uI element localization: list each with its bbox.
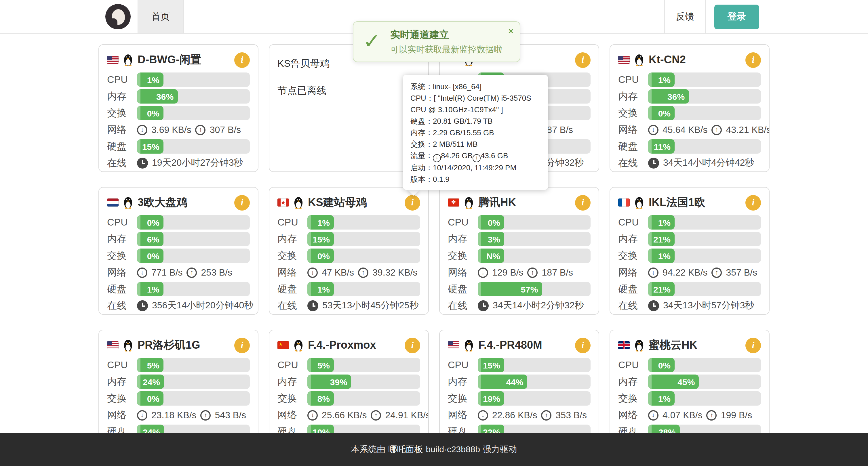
feedback-link[interactable]: 反馈: [664, 0, 706, 33]
swap-value: 1%: [658, 251, 671, 261]
online-label: 在线: [618, 299, 648, 312]
disk-label: 硬盘: [448, 282, 478, 296]
memory-value: 21%: [653, 234, 671, 244]
net-download-value: 47 KB/s: [322, 267, 354, 277]
toast-message: 可以实时获取最新监控数据啦: [390, 44, 502, 55]
cpu-value: 5%: [147, 360, 159, 370]
cpu-label: CPU: [107, 74, 137, 86]
net-download-value: 771 B/s: [151, 267, 183, 277]
net-upload-value: 199 B/s: [721, 410, 752, 420]
server-name: F.4.-PR480M: [478, 339, 542, 352]
net-upload-value: 353 B/s: [556, 410, 587, 420]
clock-icon: [478, 300, 489, 311]
info-icon[interactable]: i: [234, 195, 250, 210]
download-arrow-icon: ↓: [648, 410, 658, 420]
server-card: 3欧大盘鸡 i CPU 0% 内存 6% 交换 0% 网络 ↓: [98, 187, 258, 315]
network-label: 网络: [618, 408, 648, 422]
net-upload-value: 39.32 KB/s: [372, 267, 417, 277]
upload-arrow-icon: ↑: [187, 267, 197, 277]
cpu-label: CPU: [277, 359, 307, 371]
tooltip-row: 硬盘：20.81 GB/1.79 TB: [410, 115, 540, 127]
nezha-panel-link[interactable]: 哪吒面板: [389, 444, 423, 455]
info-icon[interactable]: i: [575, 337, 591, 353]
net-download-value: 3.69 KB/s: [151, 125, 191, 135]
tooltip-row: 系统：linux- [x86_64]: [410, 81, 540, 93]
swap-value: 0%: [658, 108, 671, 118]
logo-avatar[interactable]: [105, 4, 131, 29]
cpu-label: CPU: [448, 359, 478, 371]
memory-label: 内存: [618, 232, 648, 246]
info-icon[interactable]: i: [405, 337, 420, 353]
memory-label: 内存: [107, 232, 137, 246]
disk-progress-bar: 11%: [648, 139, 761, 154]
swap-progress-bar: 8%: [307, 391, 420, 406]
country-flag-icon: [107, 198, 119, 206]
cpu-label: CPU: [618, 74, 648, 86]
cpu-value: 1%: [147, 75, 159, 85]
swap-progress-bar: 19%: [478, 391, 591, 406]
country-flag-icon: [618, 56, 630, 64]
upload-arrow-icon: ↑: [541, 410, 552, 420]
tab-home[interactable]: 首页: [137, 0, 184, 33]
dashboard-page: 首页 反馈 登录 D-BWG-闲置 i: [0, 0, 868, 466]
country-flag-icon: [448, 341, 459, 349]
tooltip-row: CPU：[ "Intel(R) Core(TM) i5-3570S CPU @ …: [410, 93, 540, 115]
swap-progress-bar: N%: [478, 248, 591, 263]
info-icon[interactable]: i: [234, 52, 250, 68]
disk-value: 1%: [317, 284, 330, 294]
disk-progress-bar: 21%: [648, 282, 761, 296]
linux-penguin-icon: [634, 339, 645, 352]
country-flag-icon: [277, 198, 289, 206]
success-check-icon: ✓: [357, 27, 387, 55]
swap-label: 交换: [277, 249, 307, 262]
memory-progress-bar: 36%: [648, 89, 761, 104]
memory-value: 45%: [678, 377, 695, 387]
info-icon[interactable]: i: [234, 337, 250, 353]
tooltip-body: 系统：linux- [x86_64]CPU：[ "Intel(R) Core(T…: [410, 81, 540, 185]
network-label: 网络: [107, 123, 137, 136]
online-label: 在线: [107, 299, 137, 312]
server-card: D-BWG-闲置 i CPU 1% 内存 36% 交换 0% 网络 ↓: [98, 44, 258, 172]
swap-value: 0%: [147, 394, 159, 403]
info-icon[interactable]: i: [575, 195, 591, 210]
upload-arrow-icon: ↑: [712, 267, 722, 277]
linux-penguin-icon: [123, 54, 133, 66]
info-icon[interactable]: i: [745, 52, 761, 68]
memory-label: 内存: [107, 375, 137, 388]
close-icon[interactable]: ×: [508, 27, 514, 35]
disk-progress-bar: 1%: [137, 282, 250, 296]
online-label: 在线: [618, 157, 648, 170]
server-name: IKL法国1欧: [649, 195, 705, 210]
linux-penguin-icon: [293, 196, 304, 209]
swap-value: N%: [486, 251, 500, 261]
swap-progress-bar: 0%: [307, 248, 420, 263]
cpu-label: CPU: [107, 217, 137, 228]
network-label: 网络: [618, 266, 648, 279]
net-download-value: 22.86 KB/s: [492, 410, 537, 420]
info-icon[interactable]: i: [575, 52, 591, 68]
net-download-value: 25.66 KB/s: [322, 410, 367, 420]
disk-label: 硬盘: [277, 282, 307, 296]
memory-value: 36%: [156, 92, 174, 101]
disk-label: 硬盘: [107, 140, 137, 153]
swap-value: 0%: [147, 251, 159, 261]
cpu-value: 1%: [658, 218, 671, 227]
info-icon[interactable]: i: [405, 195, 420, 210]
info-icon[interactable]: i: [745, 195, 761, 210]
swap-progress-bar: 0%: [137, 106, 250, 120]
info-icon[interactable]: i: [745, 337, 761, 353]
server-card: 腾讯HK i CPU 0% 内存 3% 交换 N% 网络 ↓: [439, 187, 599, 315]
cpu-progress-bar: 1%: [307, 215, 420, 230]
login-button[interactable]: 登录: [714, 4, 759, 29]
swap-label: 交换: [277, 392, 307, 405]
cpu-label: CPU: [107, 359, 137, 371]
download-arrow-icon: ↓: [137, 125, 147, 135]
clock-icon: [648, 158, 659, 169]
memory-label: 内存: [277, 375, 307, 388]
memory-progress-bar: 39%: [307, 374, 420, 389]
swap-progress-bar: 0%: [137, 391, 250, 406]
memory-value: 3%: [488, 234, 500, 244]
country-flag-icon: [277, 341, 289, 349]
memory-progress-bar: 15%: [307, 232, 420, 246]
online-label: 在线: [448, 299, 478, 312]
